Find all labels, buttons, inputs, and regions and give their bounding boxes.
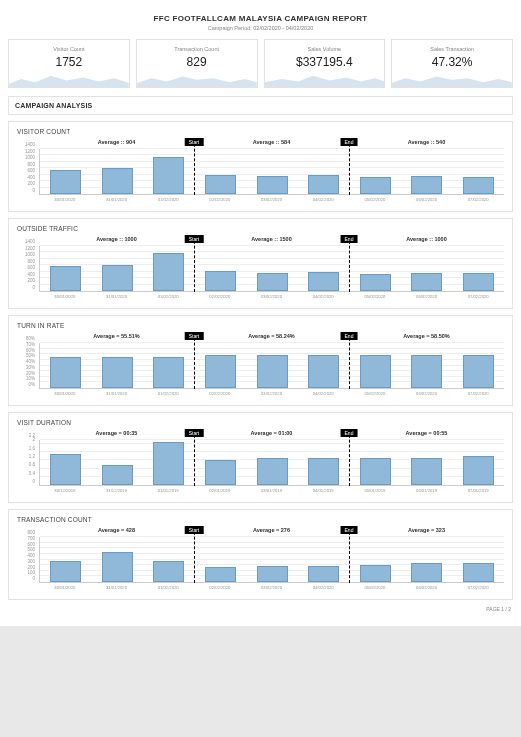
- x-tick: 04/02/2020: [297, 390, 349, 399]
- x-tick: 31/01/2020: [91, 293, 143, 302]
- bar: [102, 552, 133, 582]
- bar: [102, 357, 133, 389]
- x-tick: 06/02/2020: [401, 584, 453, 593]
- bar: [205, 355, 236, 388]
- x-tick: 02/02/2020: [194, 390, 246, 399]
- average-label: Average :: 1000: [349, 236, 504, 245]
- bar: [360, 355, 391, 388]
- y-tick: 800: [27, 258, 35, 263]
- plot: [39, 246, 504, 292]
- x-tick: 02/02/2020: [194, 196, 246, 205]
- y-tick: 1.2: [29, 453, 35, 458]
- bar: [50, 561, 81, 582]
- x-tick: 05/02/2020: [349, 390, 401, 399]
- y-tick: 1200: [25, 148, 35, 153]
- bar: [50, 266, 81, 291]
- bar: [360, 274, 391, 291]
- y-tick: 100: [27, 570, 35, 575]
- y-tick: 1.6: [29, 445, 35, 450]
- y-tick: 1200: [25, 245, 35, 250]
- x-tick: 30/01/2020: [39, 390, 91, 399]
- kpi-label: Transaction Count: [137, 46, 257, 52]
- sparkline-icon: [265, 71, 385, 87]
- y-tick: 300: [27, 558, 35, 563]
- plot: [39, 537, 504, 583]
- y-tick: 10%: [26, 376, 35, 381]
- chart-outside-traffic: OUTSIDE TRAFFICAverage :: 1000Average ::…: [8, 218, 513, 309]
- chart-area: Average = 00:35Average = 01:00Average = …: [17, 430, 504, 496]
- plot: [39, 440, 504, 486]
- bar: [205, 175, 236, 194]
- x-tick: 03/02/2020: [246, 293, 298, 302]
- y-tick: 600: [27, 265, 35, 270]
- x-tick: 30/12/2019: [39, 487, 91, 496]
- bar: [50, 454, 81, 485]
- bar: [153, 357, 184, 388]
- kpi-label: Sales Volume: [265, 46, 385, 52]
- bar: [360, 458, 391, 485]
- y-tick: 400: [27, 553, 35, 558]
- x-tick: 07/01/2019: [452, 487, 504, 496]
- y-tick: 20%: [26, 370, 35, 375]
- bar: [308, 458, 339, 485]
- x-tick: 07/02/2020: [452, 293, 504, 302]
- x-tick: 03/01/2019: [246, 487, 298, 496]
- average-label: Average :: 540: [349, 139, 504, 148]
- chart-visitor-count: VISITOR COUNTAverage :: 904Average :: 58…: [8, 121, 513, 212]
- x-tick: 30/01/2020: [39, 293, 91, 302]
- report-header: FFC FOOTFALLCAM MALAYSIA CAMPAIGN REPORT…: [8, 8, 513, 39]
- x-tick: 06/01/2019: [401, 487, 453, 496]
- x-tick: 30/01/2020: [39, 584, 91, 593]
- chart-turn-in-rate: TURN IN RATEAverage = 55.51%Average = 58…: [8, 315, 513, 406]
- average-label: Average = 01:00: [194, 430, 349, 439]
- chart-title: OUTSIDE TRAFFIC: [17, 225, 504, 232]
- bar: [463, 563, 494, 582]
- section-title: CAMPAIGN ANALYSIS: [8, 96, 513, 115]
- bar: [153, 253, 184, 291]
- y-tick: 800: [27, 530, 35, 535]
- y-tick: 0: [32, 576, 35, 581]
- kpi-label: Visitor Count: [9, 46, 129, 52]
- y-tick: 800: [27, 161, 35, 166]
- y-tick: 1000: [25, 155, 35, 160]
- report-page: FFC FOOTFALLCAM MALAYSIA CAMPAIGN REPORT…: [0, 0, 521, 626]
- x-tick: 01/02/2020: [142, 584, 194, 593]
- chart-transaction-count: TRANSACTION COUNTAverage = 428Average = …: [8, 509, 513, 600]
- bar: [411, 176, 442, 194]
- y-tick: 400: [27, 271, 35, 276]
- y-tick: 40%: [26, 359, 35, 364]
- average-label: Average :: 1000: [39, 236, 194, 245]
- bar: [257, 176, 288, 194]
- x-tick: 31/12/2019: [91, 487, 143, 496]
- average-label: Average = 58.24%: [194, 333, 349, 342]
- x-tick: 02/01/2019: [194, 487, 246, 496]
- chart-title: TRANSACTION COUNT: [17, 516, 504, 523]
- kpi-value: 47.32%: [392, 55, 512, 69]
- average-label: Average :: 1500: [194, 236, 349, 245]
- kpi-sales-transaction: Sales Transaction 47.32%: [391, 39, 513, 88]
- y-tick: 2.2: [29, 433, 35, 438]
- average-label: Average = 00:55: [349, 430, 504, 439]
- kpi-value: $337195.4: [265, 55, 385, 69]
- bar: [360, 565, 391, 582]
- y-tick: 30%: [26, 364, 35, 369]
- bar: [411, 355, 442, 388]
- chart-area: Average = 55.51%Average = 58.24%Average …: [17, 333, 504, 399]
- x-tick: 04/02/2020: [297, 293, 349, 302]
- page-footer: PAGE 1 / 2: [8, 606, 513, 612]
- chart-title: TURN IN RATE: [17, 322, 504, 329]
- bar: [411, 563, 442, 582]
- x-tick: 30/01/2020: [39, 196, 91, 205]
- x-tick: 05/01/2019: [349, 487, 401, 496]
- y-tick: 0: [32, 285, 35, 290]
- bar: [308, 272, 339, 291]
- chart-area: Average :: 1000Average :: 1500Average ::…: [17, 236, 504, 302]
- y-tick: 1000: [25, 252, 35, 257]
- kpi-sales-volume: Sales Volume $337195.4: [264, 39, 386, 88]
- bar: [102, 168, 133, 194]
- chart-title: VISITOR COUNT: [17, 128, 504, 135]
- bar: [463, 177, 494, 194]
- kpi-value: 829: [137, 55, 257, 69]
- kpi-transaction-count: Transaction Count 829: [136, 39, 258, 88]
- average-label: Average = 276: [194, 527, 349, 536]
